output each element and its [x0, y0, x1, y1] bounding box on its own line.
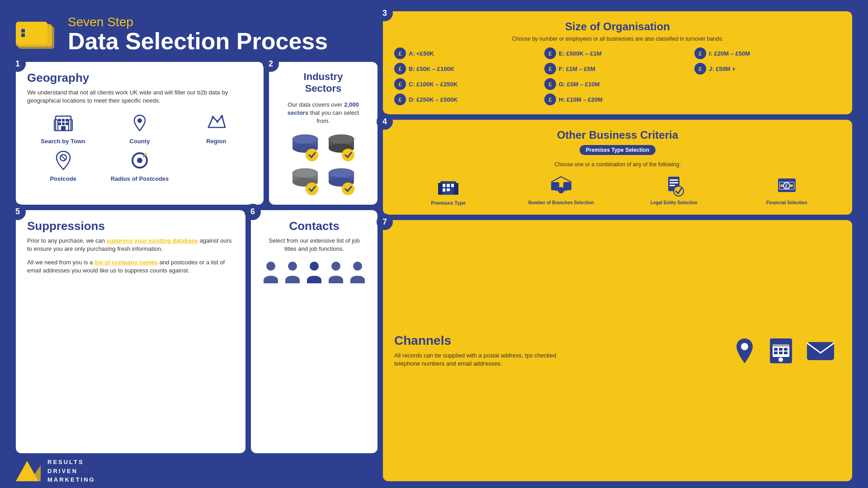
step7-title: Channels [394, 333, 732, 348]
header-text: Seven Step Data Selection Process [68, 15, 328, 53]
person-icon-1 [262, 260, 279, 283]
criteria-premises: Premises Type [394, 173, 503, 206]
step5-body1: Prior to any purchase, we can suppress y… [27, 237, 234, 253]
person-icon-3 [306, 260, 323, 283]
size-item-a: £ A: <£50K [394, 47, 541, 59]
svg-rect-54 [451, 184, 454, 187]
step3-subtitle: Choose by number or employees or all bus… [394, 36, 841, 42]
geo-grid: Search by Town County [27, 112, 252, 182]
person-icon-5 [349, 260, 366, 283]
svg-point-16 [212, 116, 214, 118]
svg-rect-82 [784, 348, 788, 351]
geo-label-radius: Radius of Postcodes [111, 175, 169, 182]
step7-body: All records can be supplied with a posta… [394, 352, 575, 368]
step5-panel: 5 Suppressions Prior to any purchase, we… [16, 210, 245, 453]
svg-rect-6 [58, 119, 61, 122]
geo-label-town: Search by Town [41, 138, 85, 145]
pound-icon-f: £ [544, 63, 556, 75]
branches-icon [549, 173, 574, 198]
svg-rect-52 [442, 184, 445, 187]
svg-point-29 [292, 135, 318, 144]
pound-icon-d: £ [394, 94, 406, 105]
svg-rect-7 [62, 119, 65, 122]
financial-label: Financial Selection [766, 200, 807, 205]
svg-rect-87 [807, 342, 834, 360]
svg-rect-66 [670, 179, 678, 181]
svg-rect-53 [447, 184, 450, 187]
svg-rect-84 [779, 352, 783, 354]
map-pin-icon [128, 112, 151, 134]
step4-subtitle: Choose one or a combination of any of th… [394, 161, 841, 168]
svg-rect-59 [454, 183, 458, 195]
step3-badge: 3 [377, 5, 393, 21]
svg-point-15 [137, 118, 142, 123]
step1-badge: 1 [9, 56, 26, 72]
radius-icon [128, 149, 151, 172]
svg-rect-85 [784, 352, 788, 354]
person-icon-4 [327, 260, 344, 283]
geo-label-region: Region [206, 138, 226, 145]
size-item-c: £ C: £100K – £250K [394, 78, 541, 90]
pound-icon-h: £ [544, 94, 556, 105]
size-item-d: £ D: £250K – £500K [394, 94, 541, 105]
svg-point-47 [288, 262, 297, 271]
step1-body: We understand that not all clients work … [27, 89, 252, 105]
db-icon-4 [326, 166, 357, 196]
step7-panel: 7 Channels All records can be supplied w… [383, 220, 852, 481]
svg-line-20 [61, 155, 66, 160]
size-item-f: £ F: £1M – £5M [544, 63, 691, 75]
svg-rect-2 [16, 22, 47, 44]
step6-body: Select from our extensive list of job ti… [262, 237, 366, 253]
size-item-e: £ E: £500K – £1M [544, 47, 691, 59]
svg-point-74 [780, 184, 783, 187]
svg-point-17 [217, 121, 219, 123]
step2-title: IndustrySectors [304, 71, 343, 94]
step7-badge: 7 [377, 214, 393, 230]
pound-icon-j: £ [694, 63, 706, 75]
svg-rect-55 [442, 188, 445, 192]
svg-point-45 [342, 183, 354, 195]
svg-point-44 [329, 169, 354, 178]
db-icon-1 [289, 132, 321, 162]
criteria-legal: Legal Entity Selection [620, 173, 728, 206]
step5-badge: 5 [9, 204, 26, 220]
right-column: 3 Size of Organisation Choose by number … [383, 11, 852, 481]
building-icon [52, 112, 75, 134]
channel-icons [732, 336, 841, 366]
svg-point-25 [144, 153, 147, 156]
header: Seven Step Data Selection Process [16, 11, 377, 56]
size-item-b: £ B: £50K – £100K [394, 63, 541, 75]
pound-icon-b: £ [394, 63, 406, 75]
step2-body: Our data covers over 2,000 sectors that … [280, 101, 366, 126]
contacts-icons [262, 260, 366, 283]
geo-item-radius: Radius of Postcodes [104, 149, 175, 182]
size-item-h: £ H: £10M – £20M [544, 94, 691, 105]
step4-panel: 4 Other Business Criteria Premises Type … [383, 120, 852, 215]
svg-point-62 [558, 187, 564, 193]
step6-badge: 6 [245, 204, 261, 220]
svg-point-49 [331, 262, 340, 271]
telephone-icon [766, 336, 796, 366]
header-title: Data Selection Process [68, 29, 328, 53]
step3-title: Size of Organisation [394, 20, 841, 33]
geo-item-postcode: Postcode [27, 149, 99, 182]
svg-rect-12 [61, 126, 66, 131]
size-item-i: £ I: £20M – £50M [694, 47, 841, 59]
svg-rect-61 [563, 182, 571, 190]
location-icon [732, 336, 757, 366]
geo-item-county: County [104, 112, 175, 145]
svg-rect-67 [670, 182, 678, 183]
svg-point-40 [306, 183, 318, 195]
premises-badge: Premises Type Selection [580, 145, 656, 155]
svg-rect-83 [774, 352, 778, 354]
svg-rect-8 [66, 119, 68, 122]
db-icons [289, 132, 357, 196]
svg-rect-58 [438, 183, 443, 195]
svg-point-46 [266, 262, 275, 271]
size-item-j: £ J: £50M + [694, 63, 841, 75]
step5-title: Suppressions [27, 219, 234, 233]
geo-label-postcode: Postcode [50, 175, 76, 182]
branches-label: Number of Branches Selection [528, 200, 594, 205]
svg-point-35 [342, 149, 354, 161]
logo-area: RESULTS DRIVEN MARKETING [16, 458, 95, 484]
